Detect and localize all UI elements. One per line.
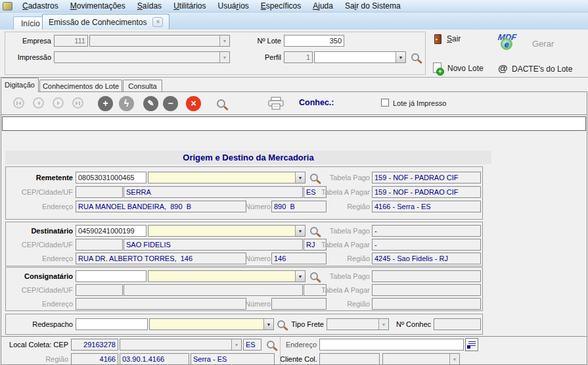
cep-cidade-uf-label: CEP/Cidade/UF	[7, 186, 73, 198]
tab-emissao-de-conhecimentos[interactable]: Emissão de Conhecimentos ×	[42, 14, 170, 30]
perfil-combo[interactable]: SUPERVISOR ▼	[314, 51, 406, 63]
at-sign-icon[interactable]: @	[498, 62, 508, 74]
tab-consulta[interactable]: Consulta	[123, 80, 162, 92]
n-lote-input[interactable]: 350	[284, 35, 344, 47]
impressao-combo: Digitação com Impressão em Lote ▼	[54, 51, 230, 63]
perfil-code-field: 1	[284, 51, 313, 63]
menu-item-sair-do-sistema[interactable]: Sair do Sistema	[339, 1, 407, 11]
local-coleta-section: Local Coleta: CEP 29163278 SERRA ▼ ES En…	[1, 336, 587, 365]
consignatario-endereco-field	[76, 298, 246, 310]
tabela-pago-field: -	[372, 225, 481, 237]
coleta-regiao-code-field: 4166	[71, 353, 118, 365]
menu-item-utilitarios[interactable]: Utilitários	[168, 1, 212, 11]
impressao-label: Impressão	[13, 51, 51, 63]
novo-lote-button[interactable]: Novo Lote	[447, 64, 484, 73]
gerar-button[interactable]: Gerar	[532, 39, 554, 49]
remetente-endereco-field: RUA MANOEL BANDEIRA, 890 B	[76, 201, 246, 212]
mdfe-logo: MDF e	[494, 32, 528, 53]
menu-item-ajuda[interactable]: Ajuda	[307, 1, 339, 11]
address-lookup-icon[interactable]	[465, 338, 478, 351]
sair-button[interactable]: Sair	[447, 34, 461, 43]
remetente-label: Remetente	[7, 172, 73, 183]
local-coleta-cidade-combo: SERRA ▼	[120, 339, 242, 351]
chevron-down-icon[interactable]: ▼	[295, 226, 305, 236]
app-icon	[3, 2, 12, 11]
coleta-endereco-input[interactable]	[319, 339, 464, 351]
local-coleta-cep-label: Local Coleta: CEP	[3, 339, 68, 351]
cliente-col-combo: ▼	[382, 353, 460, 365]
remetente-code-input[interactable]: 08053031000465	[76, 172, 147, 183]
menu-bar: Cadastros Movimentações Saídas Utilitári…	[0, 0, 588, 12]
coleta-regiao-ref-field: 03.90.1.4166	[120, 353, 189, 365]
tabela-pago-label: Tabela Pago	[308, 225, 370, 237]
menu-item-saidas[interactable]: Saídas	[131, 1, 168, 11]
chevron-down-icon: ▼	[219, 52, 229, 62]
local-coleta-search-icon[interactable]	[267, 341, 275, 349]
exit-door-icon[interactable]	[434, 34, 441, 44]
conhec-label: Conhec.:	[299, 98, 334, 107]
section-divider	[280, 337, 281, 364]
redespacho-name-combo[interactable]: ▼	[149, 318, 274, 330]
search-record-icon[interactable]	[217, 99, 225, 108]
tabela-a-pagar-field: 159 - NOF - PADRAO CIF	[372, 186, 481, 198]
local-coleta-cep-field: 29163278	[71, 339, 118, 351]
tab-digitacao[interactable]: Digitação	[1, 78, 39, 92]
n-conhec-field	[434, 318, 481, 330]
destinatario-label: Destinatário	[7, 225, 73, 237]
n-conhec-label: Nº Conhec	[396, 318, 431, 330]
add-record-button[interactable]: +	[98, 96, 113, 111]
destinatario-panel: Destinatário 04590241000199 S S LTDA ▼ T…	[5, 222, 483, 266]
tabela-a-pagar-field	[372, 284, 481, 296]
consignatario-regiao-field	[372, 298, 481, 310]
consignatario-name-combo[interactable]: ▼	[148, 270, 305, 282]
numero-label: Número	[245, 201, 269, 212]
tab-conhecimentos-do-lote[interactable]: Conhecimentos do Lote	[39, 80, 122, 92]
redespacho-code-input[interactable]	[76, 318, 148, 330]
chevron-down-icon: ▼	[219, 36, 229, 46]
lote-ja-impresso-checkbox[interactable]	[381, 99, 389, 107]
destinatario-cidade-field: SAO FIDELIS	[124, 239, 303, 251]
local-coleta-uf-field: ES	[243, 339, 261, 351]
perfil-search-icon[interactable]	[411, 53, 419, 61]
tabela-pago-label: Tabela Pago	[308, 172, 370, 183]
coleta-endereco-label: Endereço	[284, 339, 317, 351]
cancel-record-button[interactable]: ×	[186, 96, 201, 111]
menu-item-especificos[interactable]: Específicos	[255, 1, 307, 11]
remetente-panel: Remetente 08053031000465 ▼ Tabela Pago 1…	[5, 166, 483, 220]
empresa-name-combo: ), ▼	[89, 35, 230, 47]
consignatario-code-input[interactable]	[76, 270, 147, 282]
consignatario-panel: Consignatário ▼ Tabela Pago CEP/Cidade/U…	[5, 267, 483, 311]
chevron-down-icon[interactable]: ▼	[295, 271, 305, 281]
consignatario-label: Consignatário	[7, 270, 73, 282]
menu-item-usuarios[interactable]: Usuários	[212, 1, 254, 11]
digitacao-tab-page: + ϟ ✎ − × Conhec.: Lote já Impresso Orig…	[1, 91, 587, 365]
menu-item-movimentacoes[interactable]: Movimentações	[64, 1, 131, 11]
edit-record-button[interactable]: ✎	[143, 96, 158, 111]
remetente-name-combo[interactable]: ▼	[148, 172, 305, 183]
chevron-down-icon[interactable]: ▼	[396, 52, 405, 62]
coleta-regiao-label: Região	[3, 353, 68, 365]
regiao-label: Região	[308, 298, 370, 310]
close-tab-icon[interactable]: ×	[152, 17, 163, 27]
tabela-a-pagar-label: Tabela A Pagar	[308, 239, 370, 251]
chevron-down-icon[interactable]: ▼	[263, 319, 273, 329]
tabela-pago-label: Tabela Pago	[308, 270, 370, 282]
perfil-label: Perfil	[250, 51, 281, 63]
regiao-label: Região	[308, 253, 370, 264]
print-icon[interactable]	[267, 97, 284, 110]
lote-ja-impresso-label: Lote já Impresso	[393, 97, 446, 109]
menu-item-cadastros[interactable]: Cadastros	[16, 1, 64, 11]
redespacho-search-icon[interactable]	[277, 320, 285, 328]
numero-label: Número	[245, 298, 269, 310]
post-record-button: ϟ	[119, 96, 134, 111]
destinatario-code-input[interactable]: 04590241000199	[76, 225, 147, 237]
n-lote-label: Nº Lote	[250, 35, 281, 47]
delete-record-button[interactable]: −	[163, 96, 178, 111]
empresa-label: Empresa	[13, 35, 51, 47]
chevron-down-icon[interactable]: ▼	[295, 172, 305, 183]
destinatario-name-combo[interactable]: S S LTDA ▼	[148, 225, 305, 237]
conhec-entry-input[interactable]	[2, 116, 586, 131]
new-document-icon[interactable]	[433, 62, 441, 73]
dactes-do-lote-button[interactable]: DACTE's do Lote	[512, 64, 572, 74]
remetente-regiao-field: 4166 - Serra - ES	[372, 201, 481, 212]
